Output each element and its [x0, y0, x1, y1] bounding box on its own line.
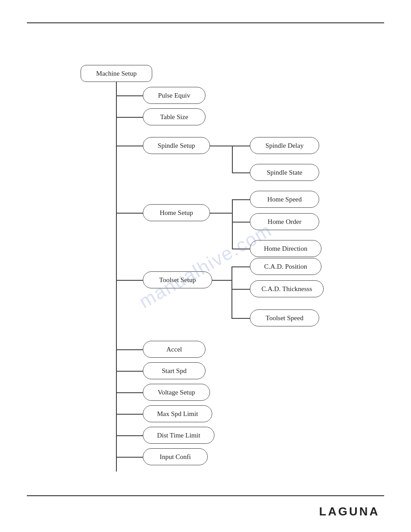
top-border-line	[27, 22, 384, 23]
node-max-spd-limit-label: Max Spd Limit	[157, 410, 198, 418]
node-cad-thickness-label: C.A.D. Thicknesss	[261, 285, 312, 293]
node-machine-setup: Machine Setup	[81, 65, 152, 82]
line-to-home-order	[232, 222, 250, 223]
node-table-size-label: Table Size	[160, 113, 188, 121]
node-home-setup-label: Home Setup	[160, 209, 193, 217]
node-accel-label: Accel	[167, 346, 182, 353]
node-home-order: Home Order	[250, 213, 319, 230]
node-machine-setup-label: Machine Setup	[96, 70, 137, 77]
node-home-setup: Home Setup	[143, 204, 210, 221]
line-to-pulse-equiv	[116, 95, 143, 96]
node-cad-position: C.A.D. Position	[250, 258, 321, 275]
line-to-spindle-setup	[116, 146, 143, 146]
line-to-max-spd-limit	[116, 414, 143, 415]
node-spindle-delay: Spindle Delay	[250, 137, 319, 154]
node-input-confi-label: Input Confi	[160, 453, 191, 461]
line-spindle-h	[210, 146, 232, 146]
line-to-dist-time-limit	[116, 435, 143, 436]
line-to-accel	[116, 349, 143, 350]
line-to-home-setup	[116, 213, 143, 214]
line-to-input-confi	[116, 457, 143, 458]
node-cad-position-label: C.A.D. Position	[264, 263, 307, 270]
node-spindle-state-label: Spindle State	[267, 169, 303, 176]
node-start-spd: Start Spd	[143, 362, 206, 379]
diagram-container: Machine Setup Pulse Equiv Table Size Spi…	[36, 36, 384, 487]
node-home-order-label: Home Order	[268, 218, 301, 226]
line-to-spindle-state	[232, 172, 250, 173]
node-pulse-equiv-label: Pulse Equiv	[158, 92, 190, 99]
node-dist-time-limit: Dist Time Limit	[143, 427, 214, 444]
node-input-confi: Input Confi	[143, 448, 208, 465]
line-to-voltage-setup	[116, 392, 143, 393]
node-toolset-speed: Toolset Speed	[250, 309, 319, 326]
node-toolset-speed-label: Toolset Speed	[265, 314, 303, 322]
laguna-logo: LAGUNA	[319, 505, 380, 519]
node-start-spd-label: Start Spd	[162, 367, 186, 375]
line-to-home-direction	[232, 249, 250, 249]
node-home-speed-label: Home Speed	[267, 196, 302, 203]
bottom-border-line	[27, 495, 384, 496]
node-dist-time-limit-label: Dist Time Limit	[157, 432, 201, 439]
node-spindle-setup: Spindle Setup	[143, 137, 210, 154]
node-home-direction: Home Direction	[250, 240, 321, 257]
node-home-speed: Home Speed	[250, 191, 319, 208]
line-to-spindle-delay	[232, 146, 250, 146]
node-spindle-delay-label: Spindle Delay	[265, 142, 304, 150]
node-spindle-state: Spindle State	[250, 164, 319, 181]
node-spindle-setup-label: Spindle Setup	[158, 142, 195, 150]
node-max-spd-limit: Max Spd Limit	[143, 405, 212, 422]
node-cad-thickness: C.A.D. Thicknesss	[250, 280, 324, 297]
line-to-cad-thickness	[231, 289, 250, 290]
line-to-start-spd	[116, 371, 143, 372]
line-home-v	[232, 199, 233, 249]
node-voltage-setup-label: Voltage Setup	[158, 389, 195, 396]
node-toolset-setup-label: Toolset Setup	[159, 276, 196, 284]
line-to-toolset-setup	[116, 280, 143, 281]
node-table-size: Table Size	[143, 108, 206, 125]
node-pulse-equiv: Pulse Equiv	[143, 87, 206, 104]
node-home-direction-label: Home Direction	[264, 245, 307, 253]
line-home-h	[210, 213, 232, 214]
line-toolset-v	[231, 266, 232, 318]
line-to-home-speed	[232, 199, 250, 200]
node-toolset-setup: Toolset Setup	[143, 271, 212, 288]
line-to-cad-position	[231, 266, 250, 267]
node-voltage-setup: Voltage Setup	[143, 384, 210, 401]
line-toolset-h	[212, 280, 232, 281]
line-to-toolset-speed	[231, 318, 250, 319]
node-accel: Accel	[143, 341, 206, 358]
line-root-down	[116, 82, 117, 472]
line-to-table-size	[116, 117, 143, 118]
line-spindle-v	[232, 146, 233, 172]
